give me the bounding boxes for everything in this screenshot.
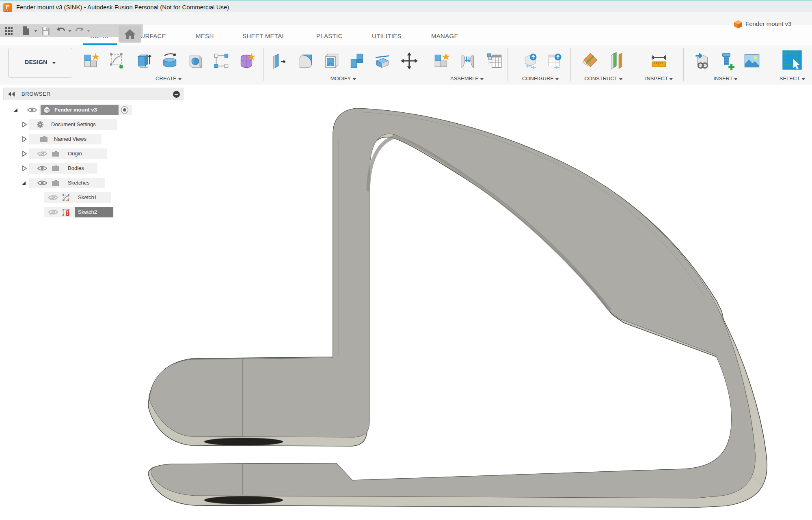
sketch-locked-icon [62,208,70,216]
component-cube-icon [733,19,743,29]
folder-icon [52,180,60,186]
collapse-all-icon[interactable] [173,90,180,98]
viewport-canvas[interactable] [0,0,812,520]
file-menu-button[interactable] [20,25,32,37]
redo-icon [74,25,85,37]
tree-item-label[interactable]: Sketch2 [78,209,97,215]
expander-collapsed-icon[interactable] [22,151,27,157]
document-badge[interactable]: Fender mount v3 [733,19,743,28]
model-upper-arm-hole[interactable] [204,438,283,446]
tree-item-label[interactable]: Bodies [68,165,84,171]
tree-row-origin[interactable]: Origin [0,148,191,159]
expander-collapsed-icon[interactable] [22,136,27,142]
tree-item-label[interactable]: Named Views [54,136,86,142]
folder-icon [52,150,60,157]
tree-row-sketch1[interactable]: Sketch1 [0,192,191,203]
expander-collapsed-icon[interactable] [22,165,27,171]
save-icon [40,25,51,37]
home-icon [119,26,141,43]
app-launcher-button[interactable] [3,25,15,37]
tree-row-sketch2[interactable]: Sketch2 [0,207,191,217]
tree-item-label[interactable]: Sketch1 [78,194,97,200]
tree-item-label[interactable]: Sketches [68,180,89,186]
activate-component-radio[interactable] [121,106,129,114]
eye-visible-icon[interactable] [27,107,37,113]
file-menu-caret-icon[interactable] [34,30,37,32]
folder-icon [52,165,60,172]
folder-icon [40,136,48,142]
grid-icon [3,25,15,37]
home-view-button[interactable] [119,26,141,43]
tree-row-named-views[interactable]: Named Views [0,134,191,144]
expander-expanded-icon[interactable] [21,180,26,186]
tree-item-label[interactable]: Document Settings [51,121,96,127]
model-lower-arm-hole[interactable] [204,496,283,504]
quick-access-toolbar [0,12,812,25]
tree-item-label[interactable]: Fender mount v3 [54,107,97,113]
tree-row-root[interactable]: Fender mount v3 [0,105,191,115]
file-icon [20,25,32,37]
redo-caret-icon[interactable] [87,30,90,32]
expander-collapsed-icon[interactable] [22,122,27,127]
tree-row-document-settings[interactable]: Document Settings [0,119,191,130]
save-button[interactable] [40,25,51,37]
eye-hidden-icon[interactable] [48,194,58,201]
component-cube-icon [43,106,51,114]
redo-button[interactable] [74,25,85,37]
browser-title: BROWSER [22,91,50,97]
expander-expanded-icon[interactable] [13,107,18,113]
tree-row-bodies[interactable]: Bodies [0,163,191,174]
undo-button[interactable] [55,25,67,37]
browser-header: BROWSER [3,88,184,100]
collapse-panel-icon[interactable] [7,91,16,97]
sketch-icon [62,194,70,202]
undo-icon [55,25,67,37]
undo-caret-icon[interactable] [68,30,71,32]
eye-visible-icon[interactable] [37,180,48,186]
tree-row-sketches[interactable]: Sketches [0,178,191,188]
document-name: Fender mount v3 [745,20,791,27]
gear-icon [37,121,44,128]
eye-visible-icon[interactable] [37,165,48,172]
tree-item-label[interactable]: Origin [68,150,82,157]
eye-hidden-icon[interactable] [48,209,58,215]
eye-hidden-icon[interactable] [37,150,48,157]
